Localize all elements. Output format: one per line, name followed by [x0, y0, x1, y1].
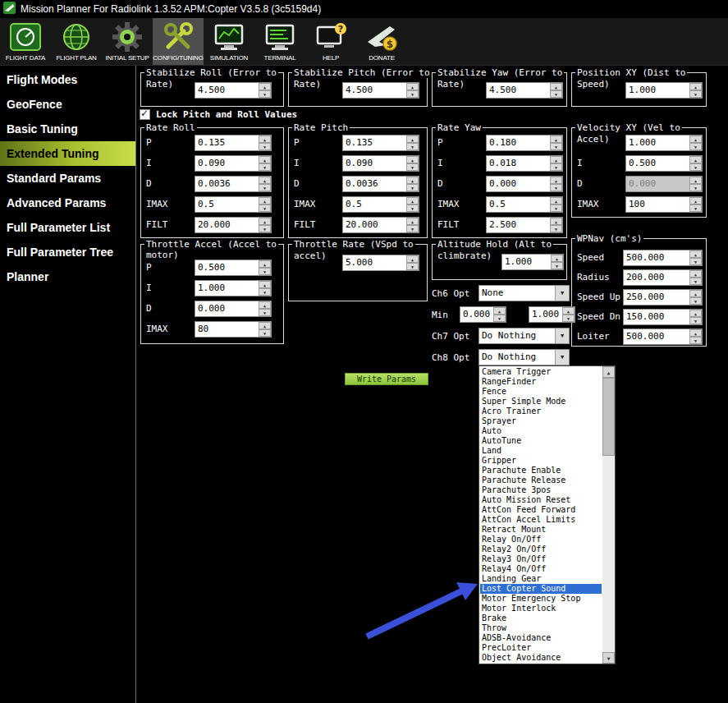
- spinner-down-icon[interactable]: ▼: [689, 258, 702, 265]
- dropdown-option[interactable]: Auto Mission Reset: [480, 495, 602, 505]
- spinner-up-icon[interactable]: ▲: [259, 136, 271, 143]
- spinner-value[interactable]: 0.090: [195, 156, 259, 171]
- spinner-down-icon[interactable]: ▼: [550, 225, 562, 232]
- dropdown-option[interactable]: Throw: [480, 623, 602, 633]
- sidebar-item-flight-modes[interactable]: Flight Modes: [0, 67, 135, 92]
- dropdown-option[interactable]: Relay On/Off: [480, 535, 602, 544]
- spinner-down-icon[interactable]: ▼: [406, 163, 419, 171]
- spinner-down-icon[interactable]: ▼: [689, 204, 702, 212]
- spinner-value[interactable]: 500.000: [624, 250, 689, 265]
- spinner-up-icon[interactable]: ▲: [259, 177, 271, 184]
- rate-yaw-imax-spinner[interactable]: 0.5▲▼: [486, 196, 563, 213]
- dropdown-option[interactable]: Sprayer: [480, 416, 602, 426]
- spinner-down-icon[interactable]: ▼: [259, 90, 271, 98]
- ch8-opt-combobox[interactable]: Do Nothing▼: [478, 349, 570, 365]
- dropdown-option[interactable]: Landing Gear: [480, 574, 602, 584]
- spinner-up-icon[interactable]: ▲: [550, 197, 562, 204]
- spinner-down-icon[interactable]: ▼: [406, 90, 419, 98]
- dropdown-option[interactable]: Lost Copter Sound: [480, 584, 602, 594]
- spinner-down-icon[interactable]: ▼: [550, 90, 562, 98]
- scrollbar-track[interactable]: [602, 378, 615, 652]
- write-params-button[interactable]: Write Params: [345, 373, 428, 385]
- dropdown-option[interactable]: Relay2 On/Off: [480, 544, 602, 554]
- rate-pitch-d-spinner[interactable]: 0.0036▲▼: [342, 176, 419, 192]
- spinner-up-icon[interactable]: ▲: [406, 255, 419, 263]
- spinner-value[interactable]: 5.000: [343, 255, 406, 270]
- spinner-value[interactable]: 0.5: [343, 197, 406, 212]
- spinner-up-icon[interactable]: ▲: [550, 136, 562, 143]
- spinner-down-icon[interactable]: ▼: [550, 143, 562, 150]
- spinner-down-icon[interactable]: ▼: [689, 278, 702, 285]
- spinner-value[interactable]: 0.135: [195, 136, 259, 150]
- spinner-up-icon[interactable]: ▲: [259, 322, 271, 329]
- spinner-value[interactable]: 150.000: [624, 310, 689, 324]
- toolbar-terminal[interactable]: TERMINAL: [254, 18, 305, 65]
- spinner-down-icon[interactable]: ▼: [406, 204, 419, 212]
- wpnav-loiter-spinner[interactable]: 500.000▲▼: [623, 329, 703, 345]
- rate-yaw-p-spinner[interactable]: 0.180▲▼: [486, 135, 563, 151]
- dropdown-option[interactable]: Object Avoidance: [480, 653, 602, 663]
- dropdown-option[interactable]: Camera Trigger: [480, 367, 602, 377]
- dropdown-option[interactable]: Retract Mount: [480, 525, 602, 535]
- rate-pitch-i-spinner[interactable]: 0.090▲▼: [342, 155, 419, 172]
- spinner-value[interactable]: 1.000: [529, 307, 562, 322]
- spinner-value[interactable]: 0.135: [343, 136, 406, 150]
- dropdown-option[interactable]: Motor Emergency Stop: [480, 594, 602, 604]
- rate-yaw-i-spinner[interactable]: 0.018▲▼: [486, 155, 563, 172]
- wpnav-speed-up-spinner[interactable]: 250.000▲▼: [623, 289, 703, 306]
- spinner-value[interactable]: 500.000: [624, 329, 689, 344]
- spinner-up-icon[interactable]: ▲: [406, 156, 419, 163]
- spinner-value[interactable]: 0.5: [487, 197, 550, 212]
- rate-yaw-d-spinner[interactable]: 0.000▲▼: [486, 176, 563, 192]
- spinner-value[interactable]: 0.000: [195, 301, 259, 316]
- spinner-down-icon[interactable]: ▼: [550, 184, 562, 191]
- thr-accel-imax-spinner[interactable]: 80▲▼: [195, 321, 272, 338]
- spinner-up-icon[interactable]: ▲: [406, 177, 419, 184]
- spinner-down-icon[interactable]: ▼: [259, 225, 271, 232]
- pos-xy-p-spinner[interactable]: 1.000▲▼: [625, 82, 703, 99]
- spinner-down-icon[interactable]: ▼: [259, 288, 271, 296]
- stab-pitch-p-spinner[interactable]: 4.500▲▼: [342, 82, 419, 99]
- vel-xy-imax-spinner[interactable]: 100▲▼: [625, 196, 703, 213]
- combobox-value[interactable]: None: [479, 286, 555, 301]
- thr-accel-p-spinner[interactable]: 0.500▲▼: [195, 260, 272, 276]
- spinner-down-icon[interactable]: ▼: [689, 297, 702, 305]
- spinner-up-icon[interactable]: ▲: [406, 218, 419, 225]
- ch6-opt-combobox[interactable]: None▼: [478, 285, 570, 301]
- dropdown-option[interactable]: Land: [480, 446, 602, 456]
- dropdown-option[interactable]: Parachute Release: [480, 476, 602, 485]
- spinner-value[interactable]: 0.180: [487, 136, 550, 150]
- spinner-up-icon[interactable]: ▲: [689, 136, 702, 143]
- spinner-value[interactable]: 1.000: [502, 255, 551, 269]
- sidebar-item-full-parameter-tree[interactable]: Full Parameter Tree: [0, 240, 135, 264]
- spinner-value[interactable]: 4.500: [343, 83, 406, 98]
- spinner-up-icon[interactable]: ▲: [550, 218, 562, 225]
- spinner-value[interactable]: 4.500: [195, 83, 259, 98]
- toolbar-flight-plan[interactable]: FLIGHT PLAN: [51, 18, 102, 65]
- spinner-down-icon[interactable]: ▼: [259, 309, 271, 316]
- dropdown-option[interactable]: AutoTune: [480, 436, 602, 446]
- spinner-down-icon[interactable]: ▼: [259, 329, 271, 337]
- toolbar-help[interactable]: ? HELP: [305, 18, 356, 65]
- spinner-up-icon[interactable]: ▲: [689, 250, 702, 258]
- spinner-value[interactable]: 0.018: [487, 156, 550, 171]
- spinner-value[interactable]: 20.000: [195, 218, 259, 232]
- dropdown-option[interactable]: Relay3 On/Off: [480, 554, 602, 564]
- ch7-opt-combobox[interactable]: Do Nothing▼: [478, 328, 570, 344]
- spinner-down-icon[interactable]: ▼: [406, 225, 419, 232]
- dropdown-option[interactable]: PrecLoiter: [480, 643, 602, 653]
- dropdown-option[interactable]: RangeFinder: [480, 377, 602, 387]
- spinner-value[interactable]: 250.000: [624, 290, 689, 305]
- spinner-up-icon[interactable]: ▲: [689, 197, 702, 204]
- rate-roll-d-spinner[interactable]: 0.0036▲▼: [195, 176, 272, 192]
- spinner-value[interactable]: 0.500: [195, 260, 259, 275]
- ch6-min-spinner[interactable]: 0.000▲▼: [460, 306, 506, 323]
- spinner-down-icon[interactable]: ▼: [259, 143, 271, 150]
- wpnav-speed-spinner[interactable]: 500.000▲▼: [623, 250, 703, 266]
- dropdown-option[interactable]: Acro Trainer: [480, 407, 602, 416]
- spinner-down-icon[interactable]: ▼: [689, 143, 702, 150]
- spinner-down-icon[interactable]: ▼: [259, 163, 271, 171]
- checkbox-box[interactable]: ✓: [140, 109, 150, 120]
- spinner-value[interactable]: 100: [626, 197, 689, 212]
- spinner-down-icon[interactable]: ▼: [259, 204, 271, 212]
